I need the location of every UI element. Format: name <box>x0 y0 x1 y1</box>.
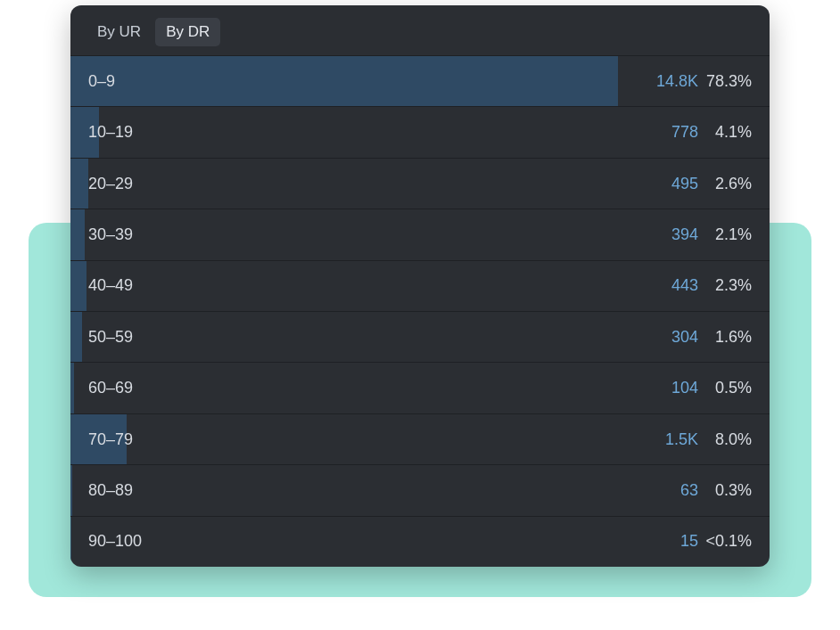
percent-value: 2.6% <box>704 175 770 193</box>
count-value: 394 <box>632 225 704 244</box>
range-label: 30–39 <box>70 225 632 244</box>
count-value: 495 <box>632 175 704 193</box>
range-label: 0–9 <box>70 72 632 91</box>
percent-value: 8.0% <box>704 430 770 449</box>
range-label: 90–100 <box>70 532 632 551</box>
count-value: 1.5K <box>632 430 704 449</box>
percent-value: <0.1% <box>704 532 770 551</box>
tab-by-ur[interactable]: By UR <box>86 18 152 46</box>
range-label: 10–19 <box>70 123 632 142</box>
percent-value: 4.1% <box>704 123 770 142</box>
tab-by-dr[interactable]: By DR <box>155 18 220 46</box>
count-value: 14.8K <box>632 72 704 91</box>
count-value: 15 <box>632 532 704 551</box>
distribution-row[interactable]: 20–29 495 2.6% <box>70 158 770 209</box>
metric-tabs: By UR By DR <box>70 5 770 55</box>
distribution-row[interactable]: 10–19 778 4.1% <box>70 106 770 157</box>
percent-value: 1.6% <box>704 328 770 347</box>
distribution-row[interactable]: 60–69 104 0.5% <box>70 362 770 413</box>
range-label: 40–49 <box>70 276 632 295</box>
percent-value: 0.3% <box>704 481 770 500</box>
percent-value: 2.3% <box>704 276 770 295</box>
range-label: 60–69 <box>70 379 632 397</box>
range-label: 20–29 <box>70 175 632 193</box>
distribution-row[interactable]: 90–100 15 <0.1% <box>70 516 770 567</box>
count-value: 778 <box>632 123 704 142</box>
range-label: 70–79 <box>70 430 632 449</box>
percent-value: 2.1% <box>704 225 770 244</box>
percent-value: 78.3% <box>704 72 770 91</box>
distribution-row[interactable]: 30–39 394 2.1% <box>70 209 770 259</box>
range-label: 80–89 <box>70 481 632 500</box>
distribution-row[interactable]: 0–9 14.8K 78.3% <box>70 55 770 106</box>
count-value: 104 <box>632 379 704 397</box>
count-value: 443 <box>632 276 704 295</box>
count-value: 63 <box>632 481 704 500</box>
distribution-row[interactable]: 50–59 304 1.6% <box>70 311 770 362</box>
distribution-panel: By UR By DR 0–9 14.8K 78.3% 10–19 778 4.… <box>70 5 770 567</box>
range-label: 50–59 <box>70 328 632 347</box>
count-value: 304 <box>632 328 704 347</box>
percent-value: 0.5% <box>704 379 770 397</box>
distribution-row[interactable]: 70–79 1.5K 8.0% <box>70 413 770 464</box>
distribution-rows: 0–9 14.8K 78.3% 10–19 778 4.1% 20–29 495… <box>70 55 770 567</box>
distribution-row[interactable]: 40–49 443 2.3% <box>70 260 770 311</box>
distribution-row[interactable]: 80–89 63 0.3% <box>70 464 770 515</box>
